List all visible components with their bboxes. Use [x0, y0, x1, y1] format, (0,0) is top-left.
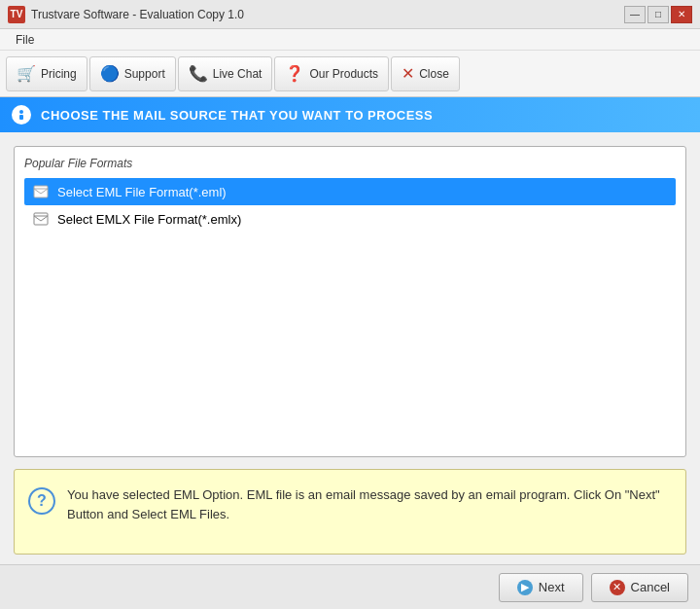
livechat-button[interactable]: 📞 Live Chat — [178, 56, 273, 91]
next-button[interactable]: ▶ Next — [499, 573, 583, 602]
emlx-format-item[interactable]: Select EMLX File Format(*.emlx) — [24, 205, 676, 233]
eml-format-item[interactable]: Select EML File Format(*.eml) — [24, 178, 676, 205]
title-bar: TV Trustvare Software - Evaluation Copy … — [0, 0, 700, 29]
formats-panel-title: Popular File Formats — [24, 157, 676, 170]
support-button[interactable]: 🔵 Support — [89, 56, 176, 91]
emlx-format-label: Select EMLX File Format(*.emlx) — [57, 212, 241, 227]
maximize-button[interactable]: □ — [648, 6, 669, 23]
svg-rect-2 — [34, 186, 48, 197]
svg-rect-1 — [19, 115, 23, 120]
support-label: Support — [124, 67, 165, 81]
window-close-button[interactable]: ✕ — [671, 6, 692, 23]
info-text: You have selected EML Option. EML file i… — [67, 485, 672, 523]
info-icon: ? — [28, 487, 55, 515]
pricing-icon: 🛒 — [17, 64, 36, 83]
svg-rect-4 — [34, 213, 48, 225]
next-label: Next — [539, 580, 565, 594]
close-toolbar-icon: ✕ — [402, 64, 414, 83]
svg-point-0 — [19, 110, 23, 114]
cancel-button[interactable]: ✕ Cancel — [591, 573, 688, 602]
livechat-icon: 📞 — [189, 64, 208, 83]
ourproducts-icon: ❓ — [285, 64, 304, 83]
main-content: Popular File Formats Select EML File For… — [0, 132, 700, 568]
eml-format-icon — [32, 183, 50, 200]
eml-format-label: Select EML File Format(*.eml) — [57, 185, 227, 199]
footer: ▶ Next ✕ Cancel — [0, 564, 700, 609]
app-logo: TV — [8, 6, 25, 23]
emlx-format-icon — [32, 210, 50, 228]
cancel-icon: ✕ — [610, 580, 625, 595]
toolbar: 🛒 Pricing 🔵 Support 📞 Live Chat ❓ Our Pr… — [0, 51, 700, 97]
pricing-label: Pricing — [41, 67, 77, 81]
info-box: ? You have selected EML Option. EML file… — [14, 469, 686, 555]
close-toolbar-button[interactable]: ✕ Close — [391, 56, 460, 91]
title-bar-left: TV Trustvare Software - Evaluation Copy … — [8, 6, 244, 23]
menu-bar: File — [0, 29, 700, 51]
section-header: CHOOSE THE MAIL SOURCE THAT YOU WANT TO … — [0, 97, 700, 132]
cancel-label: Cancel — [631, 580, 670, 594]
next-icon: ▶ — [517, 580, 533, 595]
close-toolbar-label: Close — [419, 67, 449, 81]
section-header-text: CHOOSE THE MAIL SOURCE THAT YOU WANT TO … — [41, 108, 433, 123]
section-header-icon — [12, 105, 31, 125]
ourproducts-button[interactable]: ❓ Our Products — [274, 56, 389, 91]
ourproducts-label: Our Products — [309, 67, 378, 81]
support-icon: 🔵 — [100, 64, 120, 83]
livechat-label: Live Chat — [213, 67, 262, 81]
minimize-button[interactable]: — — [624, 6, 646, 23]
menu-file[interactable]: File — [8, 31, 42, 49]
pricing-button[interactable]: 🛒 Pricing — [6, 56, 88, 91]
window-controls: — □ ✕ — [624, 6, 692, 23]
formats-panel: Popular File Formats Select EML File For… — [14, 146, 686, 457]
window-title: Trustvare Software - Evaluation Copy 1.0 — [31, 8, 244, 21]
